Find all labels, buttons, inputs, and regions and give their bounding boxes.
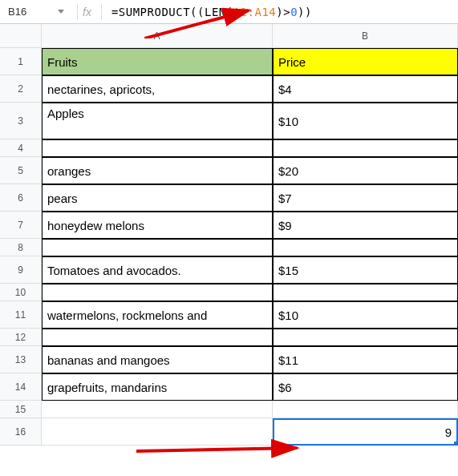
- row-header[interactable]: 10: [0, 284, 42, 301]
- row-header[interactable]: 14: [0, 373, 42, 401]
- divider: [101, 4, 102, 20]
- cell-a12[interactable]: [42, 329, 273, 346]
- cell-b15[interactable]: [273, 401, 458, 418]
- cell-reference: B16: [8, 6, 26, 18]
- svg-line-3: [136, 448, 297, 451]
- cell-a4[interactable]: [42, 139, 273, 157]
- cell-a11[interactable]: watermelons, rockmelons and: [42, 301, 273, 329]
- cell-a10[interactable]: [42, 284, 273, 301]
- cell-b12[interactable]: [273, 329, 458, 346]
- header-fruits[interactable]: Fruits: [42, 48, 273, 75]
- spreadsheet-grid[interactable]: A B 1 Fruits Price 2 nectarines, apricot…: [0, 24, 458, 446]
- cell-b10[interactable]: [273, 284, 458, 301]
- cell-b5[interactable]: $20: [273, 157, 458, 184]
- cell-a5[interactable]: oranges: [42, 157, 273, 184]
- cell-a6[interactable]: pears: [42, 184, 273, 212]
- row-header[interactable]: 7: [0, 212, 42, 239]
- row-header[interactable]: 8: [0, 239, 42, 256]
- column-header-a[interactable]: A: [42, 24, 273, 48]
- row-header[interactable]: 9: [0, 256, 42, 284]
- cell-b11[interactable]: $10: [273, 301, 458, 329]
- cell-a16[interactable]: [42, 418, 273, 446]
- row-header[interactable]: 6: [0, 184, 42, 212]
- divider: [77, 4, 78, 20]
- cell-b9[interactable]: $15: [273, 256, 458, 284]
- formula-input[interactable]: =SUMPRODUCT((LEN(A2:A14)>0)): [107, 6, 458, 18]
- cell-b2[interactable]: $4: [273, 75, 458, 103]
- row-header[interactable]: 15: [0, 401, 42, 418]
- header-price[interactable]: Price: [273, 48, 458, 75]
- row-header[interactable]: 12: [0, 329, 42, 346]
- cell-b6[interactable]: $7: [273, 184, 458, 212]
- cell-a2[interactable]: nectarines, apricots,: [42, 75, 273, 103]
- cell-a14[interactable]: grapefruits, mandarins: [42, 373, 273, 401]
- cell-b13[interactable]: $11: [273, 346, 458, 373]
- cell-b14[interactable]: $6: [273, 373, 458, 401]
- column-header-b[interactable]: B: [273, 24, 458, 48]
- cell-b16-selected[interactable]: 9: [273, 418, 458, 446]
- cell-b7[interactable]: $9: [273, 212, 458, 239]
- row-header[interactable]: 4: [0, 139, 42, 157]
- fx-icon: fx: [83, 6, 96, 18]
- cell-a9[interactable]: Tomatoes and avocados.: [42, 256, 273, 284]
- cell-a13[interactable]: bananas and mangoes: [42, 346, 273, 373]
- formula-bar: B16 fx =SUMPRODUCT((LEN(A2:A14)>0)): [0, 0, 458, 24]
- row-header[interactable]: 13: [0, 346, 42, 373]
- row-header[interactable]: 1: [0, 48, 42, 75]
- cell-a15[interactable]: [42, 401, 273, 418]
- row-header[interactable]: 3: [0, 103, 42, 139]
- row-header[interactable]: 16: [0, 418, 42, 446]
- cell-b4[interactable]: [273, 139, 458, 157]
- row-header[interactable]: 11: [0, 301, 42, 329]
- cell-a8[interactable]: [42, 239, 273, 256]
- cell-a3[interactable]: Apples: [42, 103, 273, 139]
- row-header[interactable]: 5: [0, 157, 42, 184]
- cell-b8[interactable]: [273, 239, 458, 256]
- chevron-down-icon[interactable]: [58, 10, 64, 14]
- cell-a7[interactable]: honeydew melons: [42, 212, 273, 239]
- row-header[interactable]: 2: [0, 75, 42, 103]
- select-all-corner[interactable]: [0, 24, 42, 48]
- name-box[interactable]: B16: [0, 6, 72, 18]
- cell-b3[interactable]: $10: [273, 103, 458, 139]
